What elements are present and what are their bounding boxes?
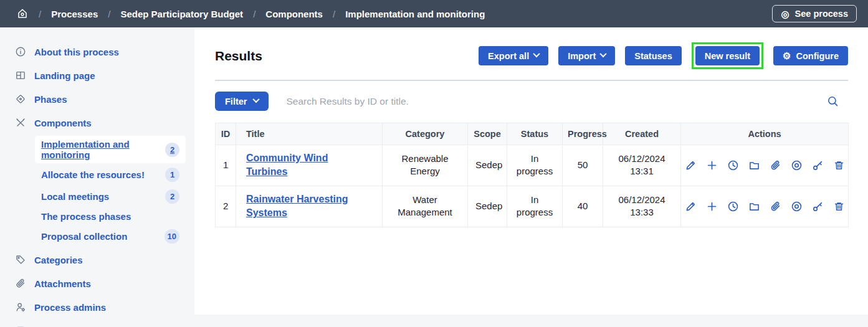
subitem-label: Allocate the resources! — [41, 169, 145, 180]
tag-icon — [15, 254, 26, 265]
cell-id: 1 — [216, 145, 236, 186]
result-title-link[interactable]: Rainwater Harvesting Systems — [246, 194, 348, 218]
deadline-clock-icon[interactable] — [727, 201, 739, 212]
export-all-button[interactable]: Export all — [479, 46, 548, 65]
home-breadcrumb-link[interactable] — [16, 7, 29, 20]
permissions-key-icon[interactable] — [812, 201, 824, 212]
breadcrumb: / Processes / Sedep Participatory Budget… — [16, 7, 485, 20]
sidebar-item-label: Phases — [34, 94, 67, 105]
subitem-label: Implementation and monitoring — [41, 139, 165, 160]
new-result-button[interactable]: New result — [695, 46, 760, 65]
add-icon[interactable] — [706, 201, 718, 212]
table-row: 1 Community Wind Turbines Renewable Ener… — [216, 145, 849, 186]
subitem-label: Local meetings — [41, 191, 109, 202]
header-divider — [215, 80, 848, 81]
statuses-label: Statuses — [634, 51, 672, 61]
sidebar-item-label: Landing page — [34, 70, 95, 81]
table-header-row: ID Title Category Scope Status Progress … — [216, 123, 849, 145]
breadcrumb-separator: / — [333, 9, 335, 19]
cell-status: In progress — [507, 186, 563, 227]
breadcrumb-process-name[interactable]: Sedep Participatory Budget — [120, 9, 243, 19]
header-progress: Progress — [563, 123, 603, 145]
cell-category: Water Management — [383, 186, 468, 227]
filter-row: Filter — [215, 92, 848, 111]
results-table: ID Title Category Scope Status Progress … — [215, 123, 849, 227]
sidebar-subitem-allocate-the-resources[interactable]: Allocate the resources! 1 — [35, 164, 186, 185]
breadcrumb-separator: / — [253, 9, 255, 19]
header-status: Status — [507, 123, 563, 145]
search-icon[interactable] — [827, 95, 839, 108]
cell-created: 06/12/2024 13:33 — [603, 186, 681, 227]
home-icon — [16, 7, 29, 20]
chevron-down-icon — [253, 96, 260, 103]
breadcrumb-components[interactable]: Components — [265, 9, 323, 19]
cell-category: Renewable Energy — [383, 145, 468, 186]
phases-icon — [15, 93, 26, 105]
sidebar-subitem-proposal-collection[interactable]: Proposal collection 10 — [35, 226, 186, 247]
see-process-button[interactable]: ◎ See process — [772, 5, 857, 22]
sidebar-subitem-local-meetings[interactable]: Local meetings 2 — [35, 186, 186, 207]
components-icon — [15, 117, 26, 128]
sidebar-item-phases[interactable]: Phases — [0, 88, 194, 110]
delete-trash-icon[interactable] — [833, 201, 845, 212]
see-process-label: See process — [795, 9, 848, 19]
sidebar-item-landing-page[interactable]: Landing page — [0, 65, 194, 86]
breadcrumb-current-component: Implementation and monitoring — [345, 9, 485, 19]
sidebar-item-categories[interactable]: Categories — [0, 249, 194, 270]
main-panel: Results Export all Import Statuses New r… — [194, 27, 868, 315]
sidebar-item-components[interactable]: Components — [0, 112, 194, 133]
annotation-highlight-box: New result — [692, 42, 763, 69]
folder-icon[interactable] — [748, 201, 760, 212]
statuses-button[interactable]: Statuses — [625, 46, 681, 65]
add-icon[interactable] — [706, 159, 718, 171]
filter-button[interactable]: Filter — [215, 92, 269, 111]
export-all-label: Export all — [488, 51, 529, 61]
page-title: Results — [215, 49, 262, 64]
preview-icon[interactable] — [791, 159, 803, 171]
sidebar-item-about[interactable]: About this process — [0, 41, 194, 62]
count-badge: 2 — [165, 189, 179, 204]
deadline-clock-icon[interactable] — [727, 159, 739, 171]
delete-trash-icon[interactable] — [833, 159, 845, 171]
cell-progress: 50 — [563, 145, 603, 186]
edit-icon[interactable] — [685, 159, 697, 171]
sidebar-item-label: Components — [34, 118, 92, 128]
import-button[interactable]: Import — [558, 46, 615, 65]
user-gear-icon — [15, 301, 26, 313]
attachments-icon[interactable] — [770, 201, 781, 212]
folder-icon[interactable] — [748, 159, 760, 171]
row-actions — [689, 159, 841, 171]
sidebar-subitem-implementation-and-monitoring[interactable]: Implementation and monitoring 2 — [35, 136, 186, 163]
topbar: / Processes / Sedep Participatory Budget… — [0, 0, 868, 27]
header-created: Created — [603, 123, 681, 145]
attachments-icon[interactable] — [770, 159, 781, 171]
subitem-label: The process phases — [41, 211, 131, 222]
count-badge: 1 — [165, 168, 179, 182]
filter-label: Filter — [225, 97, 247, 107]
sidebar-item-label: Attachments — [34, 278, 91, 289]
chevron-down-icon — [600, 50, 607, 57]
sidebar-item-label: Process admins — [34, 302, 106, 313]
new-result-label: New result — [705, 51, 750, 61]
cell-progress: 40 — [563, 186, 603, 227]
permissions-key-icon[interactable] — [812, 159, 824, 171]
sidebar-subitem-the-process-phases[interactable]: The process phases — [35, 208, 186, 225]
eye-circle-icon: ◎ — [781, 9, 789, 19]
created-date: 06/12/2024 — [611, 194, 673, 206]
sidebar-item-moderations[interactable]: Moderations — [0, 320, 194, 327]
configure-button[interactable]: ⚙ Configure — [773, 46, 848, 65]
row-actions — [689, 201, 841, 212]
breadcrumb-separator: / — [108, 9, 110, 19]
search-input[interactable] — [286, 96, 809, 107]
created-date: 06/12/2024 — [611, 153, 673, 165]
preview-icon[interactable] — [791, 201, 803, 212]
gear-icon: ⚙ — [783, 51, 791, 60]
toolbar: Export all Import Statuses New result ⚙ — [479, 42, 848, 69]
result-title-link[interactable]: Community Wind Turbines — [246, 153, 328, 177]
edit-icon[interactable] — [685, 201, 697, 212]
landing-page-icon — [15, 70, 26, 81]
cell-created: 06/12/2024 13:31 — [603, 145, 681, 186]
sidebar-item-attachments[interactable]: Attachments — [0, 273, 194, 294]
sidebar-item-process-admins[interactable]: Process admins — [0, 296, 194, 318]
breadcrumb-processes[interactable]: Processes — [51, 9, 98, 19]
